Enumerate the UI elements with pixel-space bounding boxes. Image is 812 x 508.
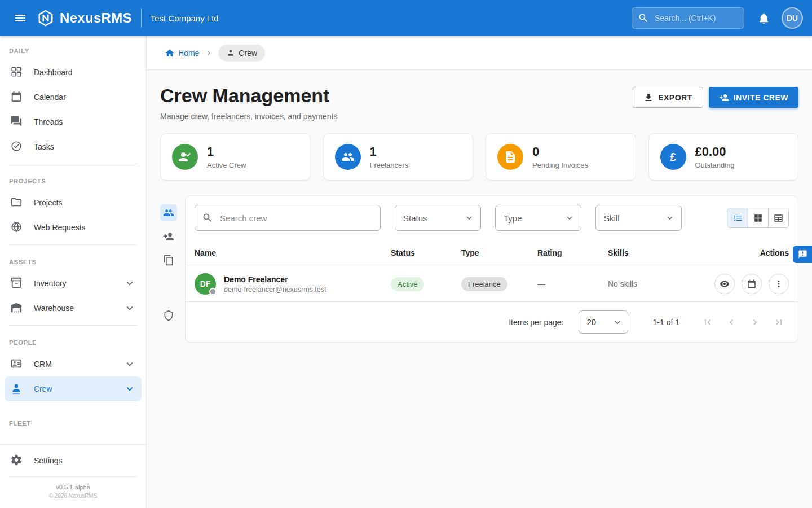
sidebar-item-inventory[interactable]: Inventory [5, 271, 142, 296]
sidebar-item-crm[interactable]: CRM [5, 352, 142, 376]
feedback-button[interactable] [793, 246, 812, 263]
items-per-page-select[interactable]: 20 [579, 310, 628, 334]
section-label-people: PEOPLE [0, 330, 146, 352]
user-avatar[interactable]: DU [782, 7, 803, 29]
view-crew-button[interactable] [714, 274, 735, 294]
rail-spacer [160, 275, 177, 300]
sidebar-item-warehouse[interactable]: Warehouse [5, 296, 142, 321]
type-filter-label: Type [504, 213, 522, 223]
status-filter-select[interactable]: Status [395, 205, 481, 231]
sidebar-item-tasks[interactable]: Tasks [5, 134, 142, 159]
search-icon [202, 212, 213, 224]
sidebar-item-label: Projects [34, 198, 63, 207]
person-email: demo-freelancer@nexusrms.test [224, 286, 326, 294]
sidebar-item-label: Tasks [34, 142, 54, 151]
crew-icon [10, 382, 24, 396]
items-per-page-value: 20 [587, 317, 597, 327]
gear-icon [10, 454, 24, 467]
table-view-icon [773, 213, 784, 224]
warehouse-icon [10, 301, 24, 315]
crew-search[interactable] [195, 205, 381, 231]
crew-search-input[interactable] [219, 213, 373, 224]
stat-value: 0 [532, 144, 588, 159]
shield-icon [163, 310, 174, 321]
sidebar-item-settings[interactable]: Settings [5, 448, 142, 473]
column-header-skills: Skills [599, 240, 685, 266]
breadcrumb-home-label: Home [178, 49, 199, 58]
rail-permissions-button[interactable] [160, 307, 177, 324]
pagination-nav [698, 312, 789, 332]
home-icon [165, 48, 175, 58]
previous-page-button[interactable] [721, 312, 742, 332]
stat-label: Freelancers [370, 161, 409, 169]
breadcrumb-home-link[interactable]: Home [165, 48, 199, 58]
skill-filter-label: Skill [604, 213, 620, 223]
sidebar-item-calendar[interactable]: Calendar [5, 85, 142, 110]
sidebar-item-web-requests[interactable]: Web Requests [5, 215, 142, 240]
notifications-button[interactable] [752, 7, 775, 29]
search-icon [638, 12, 649, 24]
grid-view-button[interactable] [748, 208, 768, 227]
next-page-button[interactable] [745, 312, 765, 332]
stat-label: Pending Invoices [532, 161, 588, 169]
person-check-icon [172, 144, 198, 170]
skill-filter-select[interactable]: Skill [595, 205, 682, 231]
chevron-down-icon [123, 302, 136, 314]
schedule-crew-button[interactable] [742, 274, 762, 294]
more-actions-button[interactable] [769, 274, 789, 294]
page-header: Crew Management Manage crew, freelancers… [160, 85, 798, 121]
documents-icon [163, 255, 174, 266]
last-page-icon [773, 317, 784, 328]
status-filter-label: Status [403, 213, 427, 223]
menu-button[interactable] [9, 7, 32, 29]
feedback-icon [798, 249, 807, 259]
section-label-assets: ASSETS [0, 249, 146, 271]
invite-crew-button[interactable]: INVITE CREW [709, 87, 798, 108]
chevron-down-icon [123, 277, 136, 290]
invoice-icon [497, 144, 523, 170]
crew-panel: Status Type Skill [185, 195, 798, 343]
sidebar-item-dashboard[interactable]: Dashboard [5, 60, 142, 85]
stat-label: Outstanding [695, 161, 735, 169]
avatar: DF [195, 273, 216, 295]
type-filter-select[interactable]: Type [495, 205, 581, 231]
topbar-divider [141, 8, 142, 28]
rail-invite-button[interactable] [160, 228, 177, 245]
sidebar-item-label: Inventory [34, 279, 67, 288]
crew-table: Name Status Type Rating Skills Actions [186, 240, 798, 302]
stat-cards: 1 Active Crew 1 Freelancers 0 [160, 133, 798, 181]
brand[interactable]: NexusRMS [37, 10, 132, 27]
page-title: Crew Management [160, 85, 337, 107]
crew-filters: Status Type Skill [186, 196, 798, 240]
breadcrumb-current-chip[interactable]: Crew [218, 45, 265, 62]
sidebar-item-label: Warehouse [34, 304, 74, 313]
export-button[interactable]: EXPORT [633, 87, 703, 108]
people-icon [335, 144, 361, 170]
hamburger-icon [14, 11, 27, 25]
view-toggle [727, 208, 789, 228]
global-search-input[interactable] [654, 13, 738, 23]
breadcrumb: Home Crew [147, 36, 812, 70]
person-add-icon [163, 231, 174, 242]
rail-crew-list-button[interactable] [160, 204, 177, 221]
chevron-left-icon [726, 317, 737, 328]
status-badge: Active [391, 277, 424, 291]
rail-documents-button[interactable] [160, 252, 177, 269]
first-page-button[interactable] [698, 312, 718, 332]
person-name: Demo Freelancer [224, 275, 326, 284]
sidebar-nav: DAILY Dashboard Calendar Threads Tasks P… [0, 36, 146, 444]
last-page-button[interactable] [769, 312, 789, 332]
table-view-button[interactable] [768, 208, 788, 227]
chevron-down-icon [464, 212, 475, 224]
list-view-button[interactable] [727, 208, 748, 227]
sidebar-item-threads[interactable]: Threads [5, 110, 142, 134]
sidebar-item-projects[interactable]: Projects [5, 190, 142, 215]
first-page-icon [702, 317, 713, 328]
stat-value: 1 [370, 144, 409, 159]
global-search[interactable] [632, 7, 744, 29]
grid-view-icon [753, 213, 764, 224]
table-row[interactable]: DF Demo Freelancer demo-freelancer@nexus… [186, 266, 798, 302]
sidebar-item-label: Web Requests [34, 223, 86, 232]
sidebar-item-crew[interactable]: Crew [5, 376, 142, 401]
section-label-projects: PROJECTS [0, 169, 146, 190]
